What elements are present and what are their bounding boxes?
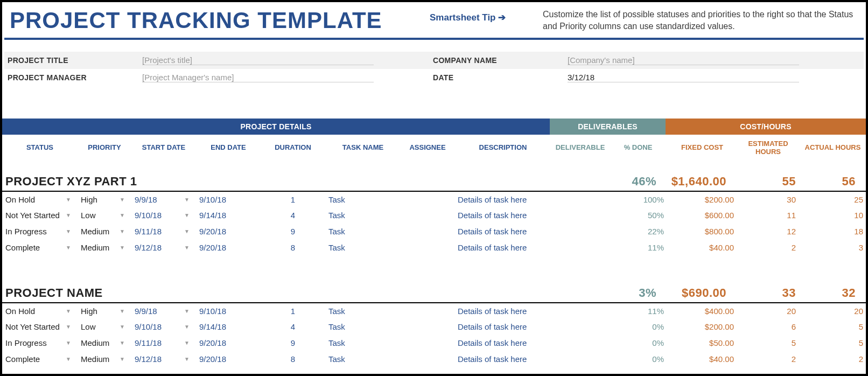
deliverable-cell[interactable] — [551, 240, 609, 256]
description-cell[interactable]: Details of task here — [454, 351, 551, 367]
actual-hours-cell[interactable]: 18 — [799, 224, 866, 240]
end-date-cell[interactable]: 9/20/18 — [196, 335, 261, 351]
end-date-cell[interactable]: 9/10/18 — [196, 303, 261, 319]
fixed-cost-cell[interactable]: $800.00 — [667, 224, 737, 240]
dropdown-icon[interactable]: ▼ — [120, 340, 125, 346]
duration-cell[interactable]: 1 — [261, 191, 325, 207]
task-name-cell[interactable]: Task — [325, 303, 401, 319]
percent-done-cell[interactable]: 0% — [609, 319, 667, 335]
percent-done-cell[interactable]: 50% — [609, 207, 667, 224]
percent-done-cell[interactable]: 22% — [609, 224, 667, 240]
fixed-cost-cell[interactable]: $200.00 — [667, 319, 737, 335]
col-priority[interactable]: PRIORITY — [78, 135, 131, 166]
dropdown-icon[interactable]: ▼ — [184, 356, 190, 362]
est-hours-cell[interactable]: 2 — [737, 240, 799, 256]
duration-cell[interactable]: 8 — [261, 351, 325, 367]
status-cell[interactable]: Not Yet Started▼ — [2, 319, 78, 335]
col-status[interactable]: STATUS — [2, 135, 78, 166]
start-date-cell[interactable]: 9/9/18▼ — [131, 191, 196, 207]
dropdown-icon[interactable]: ▼ — [120, 197, 125, 203]
dropdown-icon[interactable]: ▼ — [66, 197, 71, 203]
dropdown-icon[interactable]: ▼ — [184, 197, 190, 203]
dropdown-icon[interactable]: ▼ — [184, 340, 190, 346]
dropdown-icon[interactable]: ▼ — [120, 308, 125, 314]
priority-cell[interactable]: Low▼ — [78, 319, 131, 335]
task-name-cell[interactable]: Task — [325, 319, 401, 335]
status-cell[interactable]: On Hold▼ — [2, 191, 78, 207]
percent-done-cell[interactable]: 11% — [609, 303, 667, 319]
actual-hours-cell[interactable]: 5 — [799, 335, 866, 351]
description-cell[interactable]: Details of task here — [454, 319, 551, 335]
dropdown-icon[interactable]: ▼ — [184, 228, 190, 234]
col-actual-hours[interactable]: ACTUAL HOURS — [799, 135, 866, 166]
est-hours-cell[interactable]: 2 — [737, 351, 799, 367]
dropdown-icon[interactable]: ▼ — [66, 245, 71, 250]
deliverable-cell[interactable] — [551, 207, 609, 224]
dropdown-icon[interactable]: ▼ — [184, 308, 190, 314]
start-date-cell[interactable]: 9/10/18▼ — [131, 207, 196, 224]
col-end-date[interactable]: END DATE — [196, 135, 261, 166]
dropdown-icon[interactable]: ▼ — [120, 245, 125, 250]
priority-cell[interactable]: High▼ — [78, 191, 131, 207]
dropdown-icon[interactable]: ▼ — [120, 212, 125, 218]
dropdown-icon[interactable]: ▼ — [184, 212, 190, 218]
priority-cell[interactable]: Medium▼ — [78, 335, 131, 351]
status-cell[interactable]: Complete▼ — [2, 240, 78, 256]
description-cell[interactable]: Details of task here — [454, 240, 551, 256]
end-date-cell[interactable]: 9/14/18 — [196, 319, 261, 335]
actual-hours-cell[interactable]: 20 — [799, 303, 866, 319]
description-cell[interactable]: Details of task here — [454, 224, 551, 240]
task-name-cell[interactable]: Task — [325, 207, 401, 224]
assignee-cell[interactable] — [401, 191, 454, 207]
assignee-cell[interactable] — [401, 319, 454, 335]
start-date-cell[interactable]: 9/10/18▼ — [131, 319, 196, 335]
project-title-input[interactable]: [Project's title] — [142, 55, 374, 65]
assignee-cell[interactable] — [401, 351, 454, 367]
start-date-cell[interactable]: 9/11/18▼ — [131, 224, 196, 240]
deliverable-cell[interactable] — [551, 335, 609, 351]
description-cell[interactable]: Details of task here — [454, 303, 551, 319]
priority-cell[interactable]: Medium▼ — [78, 224, 131, 240]
start-date-cell[interactable]: 9/12/18▼ — [131, 351, 196, 367]
deliverable-cell[interactable] — [551, 351, 609, 367]
end-date-cell[interactable]: 9/14/18 — [196, 207, 261, 224]
task-name-cell[interactable]: Task — [325, 351, 401, 367]
end-date-cell[interactable]: 9/20/18 — [196, 240, 261, 256]
fixed-cost-cell[interactable]: $200.00 — [667, 191, 737, 207]
fixed-cost-cell[interactable]: $600.00 — [667, 207, 737, 224]
est-hours-cell[interactable]: 6 — [737, 319, 799, 335]
task-name-cell[interactable]: Task — [325, 224, 401, 240]
percent-done-cell[interactable]: 0% — [609, 335, 667, 351]
percent-done-cell[interactable]: 100% — [609, 191, 667, 207]
actual-hours-cell[interactable]: 25 — [799, 191, 866, 207]
priority-cell[interactable]: High▼ — [78, 303, 131, 319]
status-cell[interactable]: On Hold▼ — [2, 303, 78, 319]
duration-cell[interactable]: 4 — [261, 207, 325, 224]
assignee-cell[interactable] — [401, 224, 454, 240]
start-date-cell[interactable]: 9/9/18▼ — [131, 303, 196, 319]
col-task-name[interactable]: TASK NAME — [325, 135, 401, 166]
assignee-cell[interactable] — [401, 240, 454, 256]
end-date-cell[interactable]: 9/20/18 — [196, 224, 261, 240]
fixed-cost-cell[interactable]: $400.00 — [667, 303, 737, 319]
priority-cell[interactable]: Medium▼ — [78, 351, 131, 367]
status-cell[interactable]: Not Yet Started▼ — [2, 207, 78, 224]
task-name-cell[interactable]: Task — [325, 335, 401, 351]
assignee-cell[interactable] — [401, 303, 454, 319]
company-name-input[interactable]: [Company's name] — [568, 55, 799, 65]
dropdown-icon[interactable]: ▼ — [66, 308, 71, 314]
project-manager-input[interactable]: [Project Manager's name] — [142, 73, 374, 82]
deliverable-cell[interactable] — [551, 319, 609, 335]
col-duration[interactable]: DURATION — [261, 135, 325, 166]
dropdown-icon[interactable]: ▼ — [66, 212, 71, 218]
fixed-cost-cell[interactable]: $40.00 — [667, 240, 737, 256]
fixed-cost-cell[interactable]: $40.00 — [667, 351, 737, 367]
col-start-date[interactable]: START DATE — [131, 135, 196, 166]
priority-cell[interactable]: Medium▼ — [78, 240, 131, 256]
assignee-cell[interactable] — [401, 335, 454, 351]
duration-cell[interactable]: 1 — [261, 303, 325, 319]
dropdown-icon[interactable]: ▼ — [66, 228, 71, 234]
est-hours-cell[interactable]: 30 — [737, 191, 799, 207]
dropdown-icon[interactable]: ▼ — [120, 356, 125, 362]
actual-hours-cell[interactable]: 2 — [799, 351, 866, 367]
